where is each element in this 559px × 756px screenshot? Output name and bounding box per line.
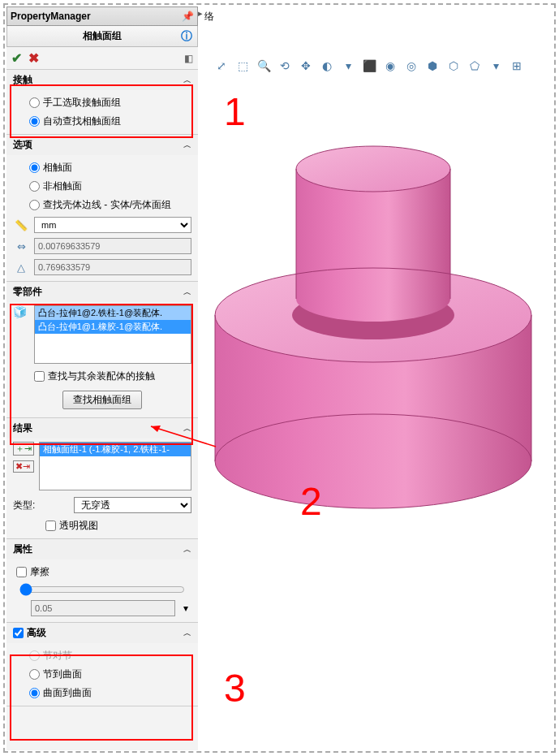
more-icon[interactable]: ▾ bbox=[487, 57, 505, 75]
chevron-up-icon: ︿ bbox=[183, 287, 191, 298]
chevron-up-icon: ︿ bbox=[183, 544, 191, 555]
chevron-up-icon: ︿ bbox=[183, 423, 191, 434]
section-header-properties[interactable]: 属性 ︿ bbox=[6, 539, 198, 559]
radio-adv2[interactable]: 节到曲面 bbox=[13, 665, 191, 684]
pm-title: PropertyManager bbox=[11, 11, 91, 22]
friction-slider[interactable] bbox=[19, 583, 185, 596]
radio-adv3[interactable]: 曲面到曲面 bbox=[13, 684, 191, 702]
radio-manual[interactable]: 手工选取接触面组 bbox=[13, 93, 191, 112]
section-options: 选项 ︿ 相触面 非相触面 查找壳体边线 - 实体/壳体面组 📏 bbox=[6, 135, 198, 282]
tol2-input[interactable] bbox=[34, 259, 191, 275]
shaded-icon[interactable]: ⬢ bbox=[424, 57, 441, 75]
result-listbox[interactable]: 相触面组-1 (-1.橡胶-1, 2.铁柱-1- bbox=[39, 442, 191, 490]
cancel-button[interactable]: ✖ bbox=[28, 50, 39, 66]
radio-auto-input[interactable] bbox=[29, 116, 40, 127]
preview-icon[interactable]: ◧ bbox=[184, 53, 193, 64]
section-header-results[interactable]: 结果 ︿ bbox=[6, 418, 198, 438]
zoom-area-icon[interactable]: ⬚ bbox=[234, 57, 252, 75]
tolerance-icon: ⇔ bbox=[13, 240, 29, 253]
radio-shell[interactable]: 查找壳体边线 - 实体/壳体面组 bbox=[13, 196, 191, 214]
property-manager-panel: PropertyManager 📌 相触面组 ⓘ ✔ ✖ ◧ 接触 ︿ 手工选取… bbox=[6, 6, 198, 750]
scene2-icon[interactable]: ◎ bbox=[402, 57, 420, 75]
unit-select[interactable]: mm bbox=[34, 217, 191, 233]
viewport-toolbar: ⤢ ⬚ 🔍 ⟲ ✥ ◐ ▾ ⬛ ◉ ◎ ⬢ ⬡ ⬠ ▾ ⊞ bbox=[213, 57, 526, 75]
find-rest-checkbox[interactable] bbox=[34, 371, 45, 382]
type-select[interactable]: 无穿透 bbox=[74, 497, 191, 513]
flyout-arrow-icon[interactable]: ▸ bbox=[198, 8, 203, 19]
model-view[interactable] bbox=[203, 88, 552, 575]
radio-auto[interactable]: 自动查找相触面组 bbox=[13, 112, 191, 131]
section-components: 零部件 ︿ 🧊 凸台-拉伸1@2.铁柱-1@装配体. 凸台-拉伸1@1.橡胶-1… bbox=[6, 282, 198, 418]
section-header-options[interactable]: 选项 ︿ bbox=[6, 135, 198, 155]
radio-manual-input[interactable] bbox=[29, 97, 40, 108]
rotate-icon[interactable]: ⟲ bbox=[276, 57, 294, 75]
transparent-checkbox[interactable] bbox=[45, 521, 56, 531]
component-icon: 🧊 bbox=[13, 305, 29, 364]
friction-checkbox[interactable] bbox=[16, 567, 27, 577]
add-result-icon[interactable]: ＋⇥ bbox=[13, 442, 34, 456]
annotation-3: 3 bbox=[224, 666, 246, 711]
section-header-contact[interactable]: 接触 ︿ bbox=[6, 70, 198, 90]
advanced-checkbox[interactable] bbox=[13, 628, 24, 638]
section-icon[interactable]: ◐ bbox=[318, 57, 336, 75]
component-listbox[interactable]: 凸台-拉伸1@2.铁柱-1@装配体. 凸台-拉伸1@1.橡胶-1@装配体. bbox=[34, 305, 191, 364]
list-item[interactable]: 凸台-拉伸1@2.铁柱-1@装配体. bbox=[35, 306, 191, 320]
zoom-icon[interactable]: 🔍 bbox=[255, 57, 273, 75]
pm-body: 接触 ︿ 手工选取接触面组 自动查找相触面组 选项 ︿ bbox=[6, 70, 198, 750]
display-icon[interactable]: ⬛ bbox=[360, 57, 378, 75]
radio-contact-face[interactable]: 相触面 bbox=[13, 158, 191, 177]
viewport[interactable]: 络 ⤢ ⬚ 🔍 ⟲ ✥ ◐ ▾ ⬛ ◉ ◎ ⬢ ⬡ ⬠ ▾ ⊞ bbox=[203, 6, 553, 750]
friction-value[interactable] bbox=[31, 600, 175, 616]
chevron-up-icon: ︿ bbox=[183, 140, 191, 151]
annot-icon[interactable]: ⊞ bbox=[508, 57, 526, 75]
section-advanced: 高级 ︿ 节对节 节到曲面 曲面到曲面 bbox=[6, 623, 198, 706]
section-properties: 属性 ︿ 摩擦 ▾ bbox=[6, 539, 198, 623]
gap-icon: △ bbox=[13, 261, 29, 274]
del-result-icon[interactable]: ✖⇥ bbox=[13, 460, 34, 473]
ok-cancel-bar: ✔ ✖ ◧ bbox=[6, 47, 198, 70]
radio-adv1[interactable]: 节对节 bbox=[13, 646, 191, 665]
find-contact-button[interactable]: 查找相触面组 bbox=[62, 391, 142, 409]
section-contact: 接触 ︿ 手工选取接触面组 自动查找相触面组 bbox=[6, 70, 198, 135]
section-results: 结果 ︿ ＋⇥ ✖⇥ 相触面组-1 (-1.橡胶-1, 2.铁柱-1- 类型: bbox=[6, 418, 198, 539]
radio-noncontact[interactable]: 非相触面 bbox=[13, 177, 191, 196]
zoom-fit-icon[interactable]: ⤢ bbox=[213, 57, 230, 75]
hide-icon[interactable]: ⬠ bbox=[466, 57, 484, 75]
annotation-2: 2 bbox=[300, 479, 322, 524]
pan-icon[interactable]: ✥ bbox=[297, 57, 315, 75]
chevron-up-icon: ︿ bbox=[183, 628, 191, 639]
pin-icon[interactable]: 📌 bbox=[181, 10, 194, 23]
list-item[interactable]: 凸台-拉伸1@1.橡胶-1@装配体. bbox=[35, 320, 191, 334]
pm-header: PropertyManager 📌 bbox=[6, 6, 198, 26]
chevron-up-icon: ︿ bbox=[183, 75, 191, 86]
wire-icon[interactable]: ⬡ bbox=[445, 57, 462, 75]
viewport-label: 络 bbox=[204, 10, 214, 24]
help-icon[interactable]: ⓘ bbox=[181, 29, 192, 44]
feature-title-row: 相触面组 ⓘ bbox=[6, 26, 198, 47]
list-item[interactable]: 相触面组-1 (-1.橡胶-1, 2.铁柱-1- bbox=[40, 443, 191, 456]
annotation-1: 1 bbox=[224, 89, 246, 134]
section-header-advanced[interactable]: 高级 ︿ bbox=[6, 623, 198, 643]
section-header-components[interactable]: 零部件 ︿ bbox=[6, 282, 198, 302]
view-icon[interactable]: ▾ bbox=[339, 57, 357, 75]
tol1-input[interactable] bbox=[34, 238, 191, 254]
feature-title: 相触面组 bbox=[83, 29, 122, 43]
ok-button[interactable]: ✔ bbox=[11, 50, 22, 66]
scene-icon[interactable]: ◉ bbox=[381, 57, 399, 75]
ruler-icon: 📏 bbox=[13, 219, 29, 231]
